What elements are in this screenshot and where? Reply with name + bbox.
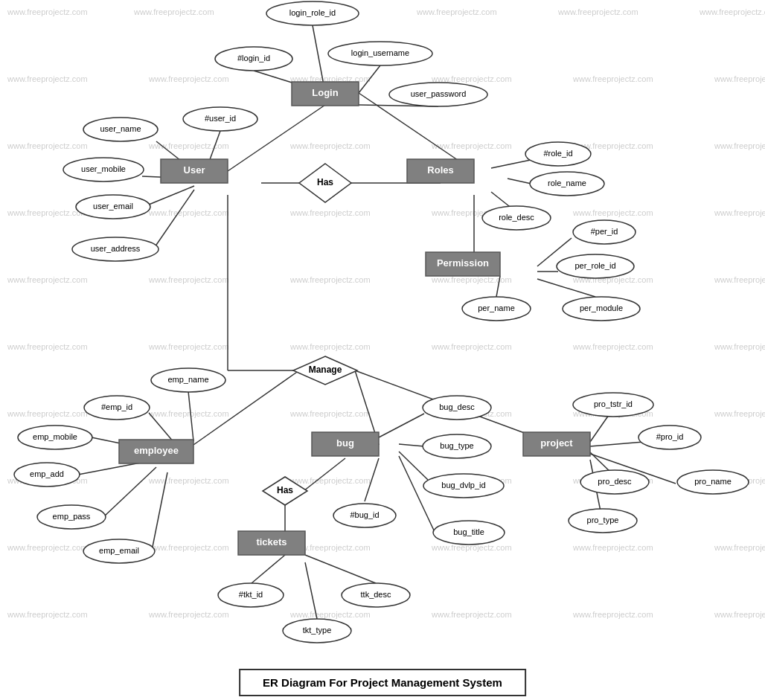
- ellipse-per-role-id-label: per_role_id: [574, 261, 615, 270]
- svg-line-47: [305, 562, 317, 619]
- ellipse-user-password-label: user_password: [411, 89, 467, 98]
- svg-line-37: [590, 415, 609, 442]
- entity-roles-label: Roles: [427, 164, 453, 176]
- entity-project-label: project: [540, 437, 573, 449]
- ellipse-role-id-label: #role_id: [543, 149, 572, 158]
- ellipse-bug-dvlp-id-label: bug_dvlp_id: [441, 481, 485, 489]
- ellipse-pro-desc-label: pro_desc: [598, 477, 632, 486]
- entity-permission-label: Permission: [437, 257, 489, 269]
- ellipse-per-id-label: #per_id: [591, 227, 618, 236]
- ellipse-user-address-label: user_address: [91, 244, 141, 253]
- ellipse-ttk-desc-label: ttk_desc: [361, 590, 391, 599]
- svg-line-33: [399, 444, 424, 446]
- svg-line-30: [103, 467, 156, 517]
- svg-line-20: [537, 279, 595, 297]
- ellipse-user-mobile-label: user_mobile: [81, 164, 126, 173]
- svg-line-26: [188, 391, 193, 441]
- svg-line-36: [399, 456, 435, 532]
- ellipse-emp-mobile-label: emp_mobile: [33, 432, 77, 441]
- ellipse-per-name-label: per_name: [478, 304, 515, 312]
- svg-line-42: [304, 458, 345, 491]
- ellipse-emp-email-label: emp_email: [99, 546, 139, 555]
- ellipse-login-role-id-label: login_role_id: [289, 8, 336, 17]
- ellipse-bug-title-label: bug_title: [453, 527, 484, 536]
- svg-line-8: [149, 186, 194, 205]
- ellipse-role-desc-label: role_desc: [499, 213, 534, 222]
- ellipse-emp-add-label: emp_add: [30, 469, 64, 478]
- svg-line-19: [496, 276, 500, 297]
- svg-line-9: [153, 190, 194, 249]
- entity-employee-label: employee: [134, 445, 179, 456]
- ellipse-pro-name-label: pro_name: [694, 477, 732, 486]
- svg-line-32: [379, 414, 424, 437]
- diamond-manage-label: Manage: [309, 365, 342, 375]
- er-diagram-svg: Login User Roles Permission employee bug…: [0, 0, 765, 670]
- diagram-title: ER Diagram For Project Management System: [239, 669, 526, 696]
- ellipse-bug-id-label: #bug_id: [350, 510, 379, 519]
- ellipse-bug-type-label: bug_type: [440, 441, 473, 450]
- ellipse-tkt-type-label: tkt_type: [303, 626, 332, 635]
- entity-user-label: User: [184, 164, 205, 176]
- ellipse-login-username-label: login_username: [351, 48, 409, 57]
- entity-login-label: Login: [312, 87, 338, 98]
- ellipse-emp-id-label: #emp_id: [101, 402, 132, 411]
- svg-line-13: [491, 160, 531, 168]
- svg-line-14: [508, 179, 531, 184]
- ellipse-pro-id-label: #pro_id: [656, 432, 684, 441]
- ellipse-tkt-id-label: #tkt_id: [239, 590, 263, 599]
- svg-line-1: [359, 65, 380, 93]
- ellipse-bug-desc-label: bug_desc: [439, 402, 475, 411]
- entity-bug-label: bug: [336, 437, 354, 449]
- ellipse-emp-name-label: emp_name: [167, 375, 208, 384]
- ellipse-role-name-label: role_name: [548, 179, 586, 187]
- ellipse-user-name-label: user_name: [100, 124, 141, 133]
- ellipse-user-id-label: #user_id: [205, 114, 236, 123]
- svg-line-38: [590, 442, 644, 446]
- svg-line-46: [305, 555, 376, 583]
- ellipse-per-module-label: per_module: [580, 304, 623, 312]
- ellipse-emp-pass-label: emp_pass: [53, 512, 91, 521]
- entity-tickets-label: tickets: [256, 536, 287, 548]
- ellipse-pro-type-label: pro_type: [587, 516, 619, 524]
- svg-line-31: [152, 472, 167, 550]
- ellipse-pro-tstr-id-label: pro_tstr_id: [594, 399, 633, 408]
- svg-line-35: [365, 458, 379, 501]
- ellipse-user-email-label: user_email: [93, 202, 133, 211]
- ellipse-login-id-label: #login_id: [237, 54, 270, 62]
- svg-line-45: [252, 555, 285, 583]
- diamond-has2-label: Has: [277, 485, 293, 495]
- diamond-has1-label: Has: [317, 177, 333, 187]
